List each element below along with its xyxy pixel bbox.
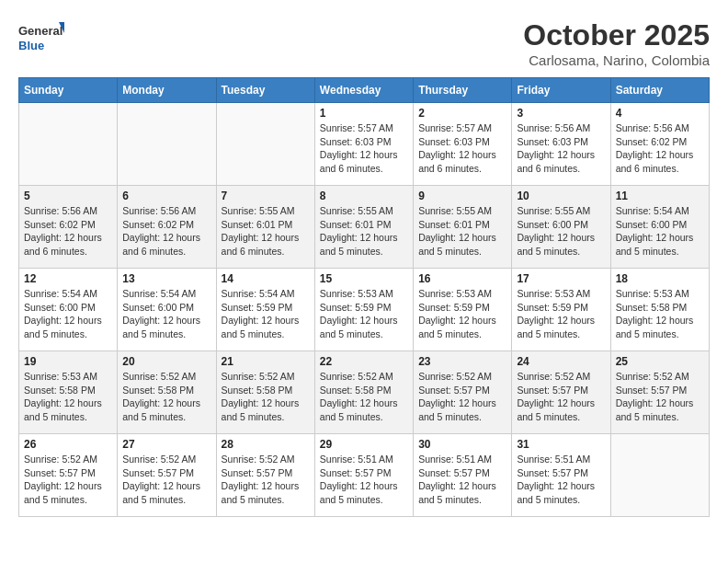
calendar-cell: 24Sunrise: 5:52 AM Sunset: 5:57 PM Dayli…	[512, 351, 610, 434]
calendar-cell: 9Sunrise: 5:55 AM Sunset: 6:01 PM Daylig…	[414, 186, 512, 269]
day-info: Sunrise: 5:55 AM Sunset: 6:01 PM Dayligh…	[418, 204, 506, 259]
day-info: Sunrise: 5:52 AM Sunset: 5:58 PM Dayligh…	[122, 370, 210, 424]
calendar-cell: 17Sunrise: 5:53 AM Sunset: 5:59 PM Dayli…	[512, 269, 610, 351]
day-info: Sunrise: 5:52 AM Sunset: 5:57 PM Dayligh…	[222, 453, 310, 507]
svg-text:General: General	[18, 24, 63, 38]
day-number: 28	[222, 438, 310, 451]
calendar-cell: 8Sunrise: 5:55 AM Sunset: 6:01 PM Daylig…	[314, 186, 413, 269]
month-title: October 2025	[523, 18, 710, 52]
day-info: Sunrise: 5:53 AM Sunset: 5:59 PM Dayligh…	[517, 287, 605, 341]
calendar-cell: 26Sunrise: 5:52 AM Sunset: 5:57 PM Dayli…	[19, 434, 118, 517]
week-row-4: 19Sunrise: 5:53 AM Sunset: 5:58 PM Dayli…	[19, 351, 710, 434]
day-number: 14	[222, 272, 310, 285]
weekday-header-sunday: Sunday	[19, 78, 118, 103]
week-row-5: 26Sunrise: 5:52 AM Sunset: 5:57 PM Dayli…	[19, 434, 710, 517]
day-number: 9	[418, 190, 506, 202]
day-info: Sunrise: 5:52 AM Sunset: 5:57 PM Dayligh…	[122, 453, 210, 507]
week-row-3: 12Sunrise: 5:54 AM Sunset: 6:00 PM Dayli…	[19, 269, 710, 351]
calendar-cell: 4Sunrise: 5:56 AM Sunset: 6:02 PM Daylig…	[610, 103, 709, 186]
day-info: Sunrise: 5:51 AM Sunset: 5:57 PM Dayligh…	[418, 453, 506, 507]
day-number: 7	[222, 190, 310, 202]
day-info: Sunrise: 5:57 AM Sunset: 6:03 PM Dayligh…	[418, 121, 506, 176]
svg-text:Blue: Blue	[18, 39, 44, 52]
day-number: 16	[418, 272, 506, 285]
calendar-cell: 13Sunrise: 5:54 AM Sunset: 6:00 PM Dayli…	[118, 269, 216, 351]
day-number: 19	[24, 355, 112, 368]
calendar-cell: 30Sunrise: 5:51 AM Sunset: 5:57 PM Dayli…	[414, 434, 512, 517]
calendar-cell: 25Sunrise: 5:52 AM Sunset: 5:57 PM Dayli…	[610, 351, 709, 434]
calendar-cell: 7Sunrise: 5:55 AM Sunset: 6:01 PM Daylig…	[216, 186, 314, 269]
calendar-cell: 12Sunrise: 5:54 AM Sunset: 6:00 PM Dayli…	[19, 269, 118, 351]
title-area: October 2025 Carlosama, Narino, Colombia	[523, 18, 710, 68]
calendar-cell: 27Sunrise: 5:52 AM Sunset: 5:57 PM Dayli…	[118, 434, 216, 517]
weekday-header-friday: Friday	[512, 78, 610, 103]
calendar-cell: 28Sunrise: 5:52 AM Sunset: 5:57 PM Dayli…	[216, 434, 314, 517]
weekday-header-wednesday: Wednesday	[314, 78, 413, 103]
calendar-cell: 11Sunrise: 5:54 AM Sunset: 6:00 PM Dayli…	[610, 186, 709, 269]
day-info: Sunrise: 5:52 AM Sunset: 5:57 PM Dayligh…	[24, 453, 112, 507]
day-info: Sunrise: 5:56 AM Sunset: 6:02 PM Dayligh…	[122, 204, 210, 259]
weekday-header-saturday: Saturday	[610, 78, 709, 103]
week-row-2: 5Sunrise: 5:56 AM Sunset: 6:02 PM Daylig…	[19, 186, 710, 269]
calendar-cell	[216, 103, 314, 186]
day-number: 21	[222, 355, 310, 368]
day-number: 15	[320, 272, 408, 285]
day-info: Sunrise: 5:55 AM Sunset: 6:01 PM Dayligh…	[320, 204, 408, 259]
calendar-cell: 14Sunrise: 5:54 AM Sunset: 5:59 PM Dayli…	[216, 269, 314, 351]
calendar-cell: 2Sunrise: 5:57 AM Sunset: 6:03 PM Daylig…	[414, 103, 512, 186]
day-info: Sunrise: 5:52 AM Sunset: 5:57 PM Dayligh…	[616, 370, 704, 424]
calendar-cell	[118, 103, 216, 186]
day-number: 30	[418, 438, 506, 451]
day-number: 20	[122, 355, 210, 368]
day-number: 24	[517, 355, 605, 368]
weekday-header-tuesday: Tuesday	[216, 78, 314, 103]
calendar-cell: 21Sunrise: 5:52 AM Sunset: 5:58 PM Dayli…	[216, 351, 314, 434]
weekday-header-row: SundayMondayTuesdayWednesdayThursdayFrid…	[19, 78, 710, 103]
day-info: Sunrise: 5:54 AM Sunset: 6:00 PM Dayligh…	[122, 287, 210, 341]
calendar-cell: 23Sunrise: 5:52 AM Sunset: 5:57 PM Dayli…	[414, 351, 512, 434]
day-number: 5	[24, 190, 112, 202]
day-info: Sunrise: 5:52 AM Sunset: 5:58 PM Dayligh…	[222, 370, 310, 424]
calendar-cell: 22Sunrise: 5:52 AM Sunset: 5:58 PM Dayli…	[314, 351, 413, 434]
weekday-header-thursday: Thursday	[414, 78, 512, 103]
day-number: 29	[320, 438, 408, 451]
calendar-cell: 3Sunrise: 5:56 AM Sunset: 6:03 PM Daylig…	[512, 103, 610, 186]
day-info: Sunrise: 5:56 AM Sunset: 6:02 PM Dayligh…	[24, 204, 112, 259]
day-number: 2	[418, 107, 506, 120]
day-info: Sunrise: 5:53 AM Sunset: 5:58 PM Dayligh…	[616, 287, 704, 341]
day-number: 31	[517, 438, 605, 451]
weekday-header-monday: Monday	[118, 78, 216, 103]
day-number: 25	[616, 355, 704, 368]
day-number: 11	[616, 190, 704, 202]
day-number: 12	[24, 272, 112, 285]
calendar-table: SundayMondayTuesdayWednesdayThursdayFrid…	[18, 77, 710, 517]
day-info: Sunrise: 5:57 AM Sunset: 6:03 PM Dayligh…	[320, 121, 408, 176]
day-number: 3	[517, 107, 605, 120]
day-info: Sunrise: 5:55 AM Sunset: 6:00 PM Dayligh…	[517, 204, 605, 259]
day-number: 27	[122, 438, 210, 451]
calendar-cell: 15Sunrise: 5:53 AM Sunset: 5:59 PM Dayli…	[314, 269, 413, 351]
day-number: 4	[616, 107, 704, 120]
day-number: 6	[122, 190, 210, 202]
calendar-cell: 18Sunrise: 5:53 AM Sunset: 5:58 PM Dayli…	[610, 269, 709, 351]
calendar-cell: 16Sunrise: 5:53 AM Sunset: 5:59 PM Dayli…	[414, 269, 512, 351]
header: General Blue October 2025 Carlosama, Nar…	[18, 18, 710, 68]
day-info: Sunrise: 5:54 AM Sunset: 6:00 PM Dayligh…	[616, 204, 704, 259]
day-info: Sunrise: 5:52 AM Sunset: 5:58 PM Dayligh…	[320, 370, 408, 424]
calendar-cell: 6Sunrise: 5:56 AM Sunset: 6:02 PM Daylig…	[118, 186, 216, 269]
calendar-cell: 10Sunrise: 5:55 AM Sunset: 6:00 PM Dayli…	[512, 186, 610, 269]
day-number: 18	[616, 272, 704, 285]
day-number: 23	[418, 355, 506, 368]
day-info: Sunrise: 5:53 AM Sunset: 5:59 PM Dayligh…	[418, 287, 506, 341]
calendar-cell: 5Sunrise: 5:56 AM Sunset: 6:02 PM Daylig…	[19, 186, 118, 269]
day-number: 10	[517, 190, 605, 202]
week-row-1: 1Sunrise: 5:57 AM Sunset: 6:03 PM Daylig…	[19, 103, 710, 186]
day-number: 26	[24, 438, 112, 451]
day-info: Sunrise: 5:56 AM Sunset: 6:03 PM Dayligh…	[517, 121, 605, 176]
day-number: 13	[122, 272, 210, 285]
day-number: 22	[320, 355, 408, 368]
day-info: Sunrise: 5:53 AM Sunset: 5:59 PM Dayligh…	[320, 287, 408, 341]
day-number: 8	[320, 190, 408, 202]
calendar-cell: 29Sunrise: 5:51 AM Sunset: 5:57 PM Dayli…	[314, 434, 413, 517]
calendar-cell: 20Sunrise: 5:52 AM Sunset: 5:58 PM Dayli…	[118, 351, 216, 434]
